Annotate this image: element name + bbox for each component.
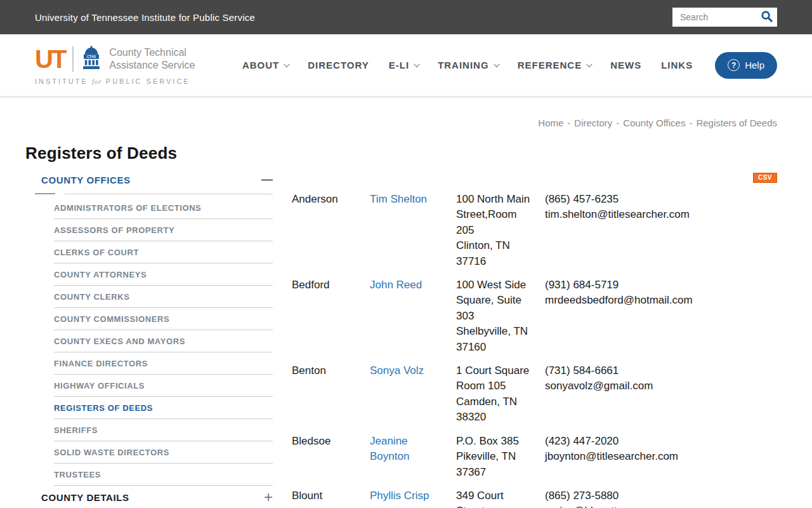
address-line: Square, Suite [456,293,545,308]
breadcrumb: Home-Directory-County Offices-Registers … [25,117,777,128]
sidebar-item-assessors-of-property[interactable]: ASSESSORS OF PROPERTY [54,219,273,241]
nav-item-label: TRAINING [438,60,489,70]
logo-divider [72,46,74,72]
address-line: P.O. Box 385 [456,434,545,449]
collapse-minus-icon[interactable] [261,179,273,181]
nav-item-label: ABOUT [242,60,279,70]
sidebar-section-county-offices[interactable]: COUNTY OFFICES [25,171,285,185]
email-address: tim.shelton@titlesearcher.com [545,207,777,222]
breadcrumb-link-registers-of-deeds: Registers of Deeds [696,117,777,128]
institute-tagline: INSTITUTE for PUBLIC SERVICE [35,77,195,85]
cell-county: Bledsoe [292,434,370,480]
site-title: University of Tennessee Institute for Pu… [35,12,255,23]
address-line: 349 Court [456,488,545,504]
register-name-link[interactable]: John Reed [370,277,422,293]
table-row: BledsoeJeanine BoyntonP.O. Box 385Pikevi… [292,434,777,480]
nav-item-directory[interactable]: DIRECTORY [308,60,369,70]
header-divider [0,96,812,98]
sidebar-section-label[interactable]: COUNTY OFFICES [41,175,131,185]
nav-item-label: E-LI [389,60,409,70]
sidebar-item-county-commissioners[interactable]: COUNTY COMMISSIONERS [54,308,273,330]
cell-county: Anderson [292,192,370,269]
sidebar-item-county-attorneys[interactable]: COUNTY ATTORNEYS [54,264,273,286]
phone-number: (931) 684-5719 [545,277,777,293]
breadcrumb-separator: - [567,117,570,128]
breadcrumb-link-home[interactable]: Home [538,117,563,128]
cell-address: P.O. Box 385Pikeville, TN37367 [456,434,545,480]
register-name-link[interactable]: Jeanine Boynton [370,434,441,465]
cell-contact: (423) 447-2020jboynton@titlesearcher.com [545,434,777,480]
nav-item-reference[interactable]: REFERENCE [518,60,591,70]
sidebar-item-highway-officials[interactable]: HIGHWAY OFFICIALS [54,375,273,397]
address-line: 1 Court Square [456,363,545,378]
capitol-icon: CTAS [81,46,102,72]
nav-item-label: NEWS [610,60,641,70]
address-line: Camden, TN [456,394,545,410]
nav-item-e-li[interactable]: E-LI [389,60,418,70]
phone-number: (865) 273-5880 [545,488,777,504]
address-line: Street,Room [456,207,545,222]
cell-name: Jeanine Boynton [370,434,456,480]
help-button[interactable]: ? Help [715,52,777,79]
cell-address: 1 Court SquareRoom 105Camden, TN38320 [456,363,545,425]
search-button[interactable] [756,8,777,27]
cell-contact: (931) 684-5719mrdeedsbedford@hotmail.com [545,277,777,355]
nav-item-about[interactable]: ABOUT [242,60,288,70]
nav-item-label: DIRECTORY [308,60,369,70]
sidebar-section-county-details[interactable]: COUNTY DETAILS + [25,486,285,503]
address-line: Room 105 [456,378,545,394]
breadcrumb-separator: - [616,117,619,128]
help-icon: ? [728,59,740,71]
search-icon [761,10,773,24]
phone-number: (731) 584-6661 [545,363,777,378]
cell-name: Phyllis Crisp [370,488,456,508]
sidebar-item-sheriffs[interactable]: SHERIFFS [54,419,273,441]
org-name: County Technical Assistance Service [109,46,195,72]
cell-contact: (731) 584-6661sonyavolz@gmail.com [545,363,777,425]
nav-item-links[interactable]: LINKS [661,60,693,70]
help-label: Help [745,60,764,70]
sidebar-item-trustees[interactable]: TRUSTEES [54,464,273,486]
address-line: 38320 [456,410,545,425]
svg-text:CTAS: CTAS [87,55,96,58]
sidebar-item-registers-of-deeds[interactable]: REGISTERS OF DEEDS [54,397,273,419]
cell-address: 349 CourtStreet [456,488,545,508]
cell-county: Blount [292,488,370,508]
sidebar-item-finance-directors[interactable]: FINANCE DIRECTORS [54,352,273,375]
address-line: 37367 [456,465,545,480]
sidebar-item-solid-waste-directors[interactable]: SOLID WASTE DIRECTORS [54,441,273,464]
phone-number: (865) 457-6235 [545,192,777,207]
ut-logo: UT [35,46,65,72]
cell-county: Bedford [292,277,370,355]
sidebar-item-county-execs-and-mayors[interactable]: COUNTY EXECS AND MAYORS [54,330,273,352]
chevron-down-icon [494,61,500,67]
search-input[interactable] [672,8,756,27]
sidebar-item-clerks-of-court[interactable]: CLERKS OF COURT [54,241,273,264]
table-row: BedfordJohn Reed100 West SideSquare, Sui… [292,277,777,355]
chevron-down-icon [414,61,420,67]
sidebar-item-administrators-of-elections[interactable]: ADMINISTRATORS OF ELECTIONS [54,197,273,219]
nav-item-training[interactable]: TRAINING [438,60,498,70]
page-title: Registers of Deeds [25,144,777,163]
table-row: BlountPhyllis Crisp349 CourtStreet(865) … [292,488,777,508]
address-line: 205 [456,223,545,238]
email-address: mrdeedsbedford@hotmail.com [545,293,777,308]
content: Home-Directory-County Offices-Registers … [0,117,812,508]
breadcrumb-link-directory[interactable]: Directory [574,117,612,128]
county-details-label[interactable]: COUNTY DETAILS [41,492,129,503]
registers-table: AndersonTim Shelton100 North MainStreet,… [292,192,777,508]
register-name-link[interactable]: Phyllis Crisp [370,488,429,504]
table-row: AndersonTim Shelton100 North MainStreet,… [292,192,777,269]
register-name-link[interactable]: Sonya Volz [370,363,424,378]
csv-export-button[interactable]: CSV [753,173,777,183]
breadcrumb-link-county-offices[interactable]: County Offices [623,117,685,128]
sidebar-underline [35,193,273,194]
ctas-logo[interactable]: UT CTAS County T [35,46,195,85]
address-line: 37160 [456,340,545,355]
chevron-down-icon [586,61,593,67]
register-name-link[interactable]: Tim Shelton [370,192,427,207]
sidebar-item-county-clerks[interactable]: COUNTY CLERKS [54,286,273,308]
email-address: pcrisp@blounttn.org [545,504,777,508]
nav-item-news[interactable]: NEWS [610,60,641,70]
expand-plus-icon[interactable]: + [264,491,273,503]
